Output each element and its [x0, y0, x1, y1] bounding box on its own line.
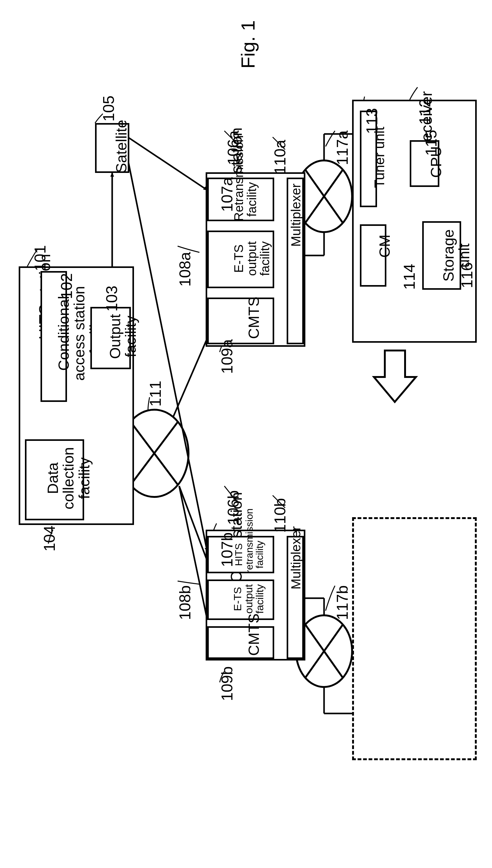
ref-108b: 108b: [176, 586, 194, 620]
ref-117a: 117a: [334, 130, 351, 165]
cmts-a-box: [207, 298, 274, 344]
svg-line-9: [128, 137, 207, 190]
ref-117b: 117b: [334, 586, 351, 620]
ref-102: 102: [58, 273, 76, 299]
output-facility-label: Output facility: [107, 307, 139, 366]
cmts-b-box: [207, 626, 274, 659]
ref-101: 101: [31, 245, 49, 271]
ref-116: 116: [458, 262, 476, 288]
satellite-label: Satellite: [114, 123, 129, 173]
ref-112: 112: [416, 99, 434, 125]
ref-107b: 107b: [218, 532, 236, 567]
ref-115: 115: [422, 130, 440, 156]
cmts-a-label: CMTS: [246, 296, 262, 340]
ref-109b: 109b: [218, 666, 236, 701]
hits-retransmission-b-label: HITS retransmission facility: [234, 536, 265, 573]
ref-107a: 107a: [218, 177, 236, 212]
ref-113: 113: [363, 108, 381, 134]
data-collection-label: Data collection facility: [45, 439, 92, 517]
down-arrow-icon: [374, 350, 416, 402]
cm-label: CM: [377, 224, 393, 268]
ref-114: 114: [400, 264, 418, 290]
ref-110b: 110b: [271, 498, 289, 533]
ref-109a: 109a: [218, 339, 236, 374]
multiplexer-a-label: Multiplexer: [289, 219, 303, 247]
ref-108a: 108a: [176, 252, 194, 287]
ets-b-label: E-TS output facility: [232, 579, 266, 618]
ref-105: 105: [100, 96, 118, 122]
ref-104: 104: [41, 526, 58, 551]
ets-a-label: E-TS output facility: [232, 230, 271, 287]
receiver-placeholder-dashed: [352, 517, 477, 760]
ref-110a: 110a: [271, 140, 289, 174]
multiplexer-b-label: Multiplexer: [289, 562, 303, 590]
figure-title: Fig. 1: [237, 20, 259, 69]
ref-103: 103: [103, 286, 121, 312]
cmts-b-label: CMTS: [246, 625, 262, 656]
ref-111: 111: [146, 381, 165, 406]
ref-106b: 106b: [224, 490, 242, 525]
